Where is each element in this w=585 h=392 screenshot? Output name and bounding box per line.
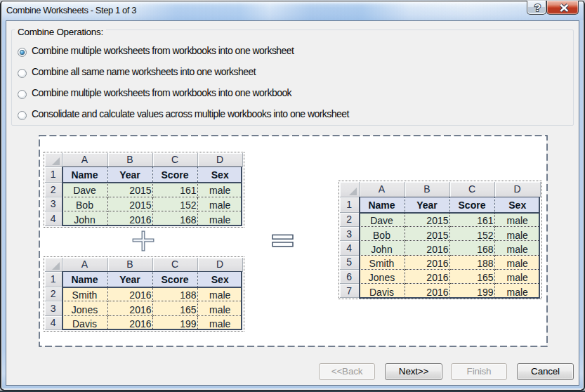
svg-text:?: ?: [534, 1, 541, 13]
